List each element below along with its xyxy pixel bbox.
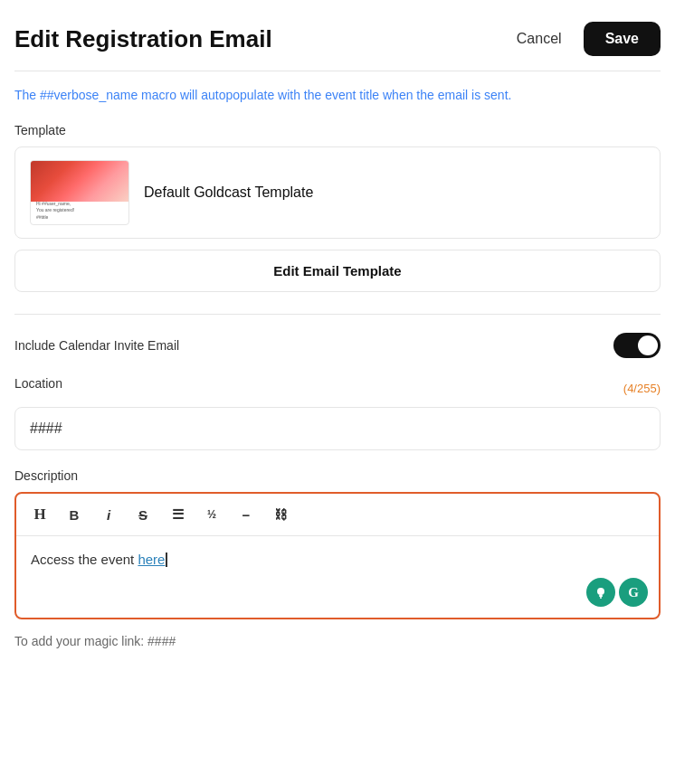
location-label: Location bbox=[14, 376, 62, 391]
location-input[interactable] bbox=[14, 407, 661, 450]
toolbar-strikethrough-button[interactable]: S bbox=[127, 499, 159, 530]
toolbar-list-button[interactable]: ☰ bbox=[161, 499, 194, 530]
calendar-invite-label: Include Calendar Invite Email bbox=[14, 338, 179, 353]
toggle-thumb bbox=[638, 335, 658, 355]
thumbnail-line2: You are registered! bbox=[36, 207, 123, 214]
content-area: The ##verbose_name macro will autopopula… bbox=[0, 71, 675, 648]
page-container: Edit Registration Email Cancel Save The … bbox=[0, 0, 675, 784]
lightbulb-icon bbox=[594, 585, 608, 600]
svg-point-0 bbox=[597, 588, 604, 595]
save-button[interactable]: Save bbox=[584, 22, 661, 56]
svg-rect-1 bbox=[599, 595, 603, 597]
toggle-track[interactable] bbox=[613, 333, 661, 358]
editor-content-text: Access the event bbox=[31, 552, 138, 567]
info-text: The ##verbose_name macro will autopopula… bbox=[14, 86, 661, 105]
svg-point-2 bbox=[600, 597, 602, 599]
calendar-invite-toggle[interactable] bbox=[613, 333, 661, 358]
toolbar-dash-button[interactable]: − bbox=[230, 499, 262, 530]
ai-assist-icon[interactable] bbox=[586, 578, 615, 607]
toolbar-heading-button[interactable]: H bbox=[24, 499, 56, 530]
description-label: Description bbox=[14, 468, 661, 483]
thumbnail-inner: Hi ##user_name, You are registered! ##ti… bbox=[31, 161, 128, 224]
editor-ai-icons: G bbox=[586, 578, 648, 607]
location-count: (4/255) bbox=[623, 382, 661, 395]
ordered-list-icon: ½ bbox=[207, 508, 216, 521]
template-label: Template bbox=[14, 123, 661, 137]
thumbnail-text-area: Hi ##user_name, You are registered! ##ti… bbox=[36, 201, 123, 222]
header-actions: Cancel Save bbox=[506, 22, 661, 56]
list-icon: ☰ bbox=[172, 506, 184, 523]
grammarly-icon[interactable]: G bbox=[619, 578, 648, 607]
toolbar-link-button[interactable]: ⛓ bbox=[264, 499, 297, 530]
toolbar-bold-button[interactable]: B bbox=[58, 499, 90, 530]
editor-cursor bbox=[166, 553, 167, 567]
top-divider bbox=[14, 71, 661, 71]
cancel-button[interactable]: Cancel bbox=[506, 24, 573, 54]
description-editor: H B i S ☰ ½ − ⛓ bbox=[14, 492, 661, 619]
toolbar-ordered-list-button[interactable]: ½ bbox=[195, 499, 228, 530]
header: Edit Registration Email Cancel Save bbox=[0, 0, 675, 71]
location-header: Location (4/255) bbox=[14, 376, 661, 400]
calendar-invite-row: Include Calendar Invite Email bbox=[14, 333, 661, 358]
location-section: Location (4/255) bbox=[14, 376, 661, 468]
edit-template-button[interactable]: Edit Email Template bbox=[14, 250, 661, 292]
thumbnail-line1: Hi ##user_name, bbox=[36, 201, 123, 208]
template-card: Hi ##user_name, You are registered! ##ti… bbox=[14, 146, 661, 239]
page-title: Edit Registration Email bbox=[14, 25, 272, 53]
link-icon: ⛓ bbox=[274, 507, 287, 522]
editor-body[interactable]: Access the event here G bbox=[16, 536, 659, 618]
section-divider bbox=[14, 314, 661, 315]
description-section: Description H B i S ☰ ½ − bbox=[14, 468, 661, 648]
template-thumbnail: Hi ##user_name, You are registered! ##ti… bbox=[30, 160, 129, 225]
template-section: Template Hi ##user_name, You are registe… bbox=[14, 123, 661, 310]
editor-link[interactable]: here bbox=[138, 552, 165, 567]
thumbnail-line3: ##title bbox=[36, 214, 123, 222]
toolbar-italic-button[interactable]: i bbox=[92, 499, 125, 530]
dash-icon: − bbox=[242, 507, 251, 523]
editor-toolbar: H B i S ☰ ½ − ⛓ bbox=[16, 494, 659, 536]
magic-link-text: To add your magic link: #### bbox=[14, 634, 661, 648]
template-name: Default Goldcast Template bbox=[144, 184, 313, 201]
thumbnail-gradient bbox=[31, 161, 128, 202]
